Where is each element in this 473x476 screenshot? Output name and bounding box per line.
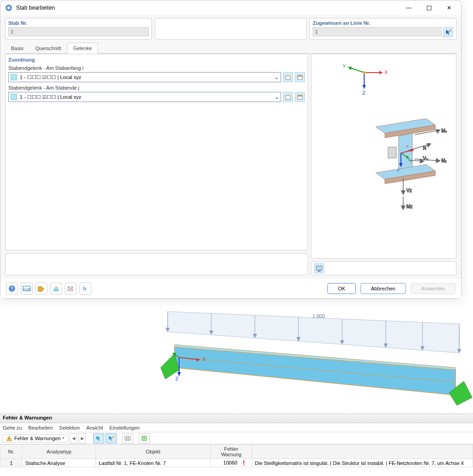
stab-nr-box: Stab Nr.	[5, 18, 152, 40]
table-icon	[124, 435, 131, 442]
new-icon	[285, 74, 291, 80]
col-description[interactable]	[252, 445, 473, 459]
model-viewport[interactable]: 1.000 X Z	[156, 303, 473, 409]
tab-basis[interactable]: Basis	[5, 43, 29, 54]
menu-edit[interactable]: Bearbeiten	[28, 425, 53, 431]
formula-button[interactable]: fx	[79, 283, 91, 295]
col-analysetyp[interactable]: Analysetyp	[23, 445, 96, 459]
svg-text:Vᵧ: Vᵧ	[423, 156, 428, 161]
color-swatch	[11, 94, 17, 100]
svg-marker-47	[362, 85, 366, 89]
new-icon	[285, 94, 291, 100]
start-hinge-label: Stabendgelenk - Am Stabanfang i	[8, 65, 305, 71]
graphics-button[interactable]	[314, 263, 324, 273]
svg-rect-32	[286, 76, 290, 79]
dialog-footer: ? 0,00 fx OK Abbrechen Anwenden	[0, 278, 461, 298]
global-axes-icon: X Y Z	[339, 59, 389, 96]
fx-icon: fx	[82, 285, 89, 292]
menu-goto[interactable]: Gehe zu	[3, 425, 22, 431]
maximize-button[interactable]	[419, 1, 439, 15]
svg-text:Vz: Vz	[406, 188, 412, 193]
svg-text:Mₓ: Mₓ	[441, 128, 447, 133]
export-button[interactable]	[139, 433, 150, 443]
section-preview: N Mₓ Mᵧ Vᵧ Vz Mz x y z	[355, 119, 447, 229]
svg-text:0,00: 0,00	[23, 287, 31, 291]
svg-rect-35	[298, 75, 302, 77]
svg-text:X: X	[202, 357, 206, 362]
cancel-button[interactable]: Abbrechen	[360, 283, 406, 294]
new-hinge-button-2[interactable]	[283, 92, 293, 102]
chevron-down-icon: ▾	[62, 436, 64, 440]
zugewiesen-input[interactable]	[313, 27, 442, 36]
new-hinge-button[interactable]	[283, 72, 293, 82]
svg-text:?: ?	[11, 286, 13, 291]
svg-marker-72	[401, 206, 405, 210]
pick-line-button[interactable]	[443, 27, 453, 37]
apply-button: Anwenden	[411, 283, 456, 294]
zuordnung-panel: Zuordnung Stabendgelenk - Am Stabanfang …	[5, 54, 308, 250]
library-icon	[297, 74, 303, 80]
ok-button[interactable]: OK	[327, 283, 356, 294]
svg-rect-99	[125, 436, 130, 441]
view-icon	[52, 285, 60, 292]
warning-icon: !	[6, 436, 12, 441]
select-icon	[108, 435, 114, 442]
svg-rect-55	[388, 147, 396, 158]
edit-hinge-button-2[interactable]	[295, 92, 305, 102]
help-button[interactable]: ?	[6, 283, 18, 295]
tab-gelenke[interactable]: Gelenke	[67, 43, 98, 54]
chevron-down-icon: ⌄	[275, 74, 279, 80]
view-button[interactable]	[50, 283, 62, 295]
menu-selection[interactable]: Selektion	[59, 425, 80, 431]
table-button[interactable]	[122, 433, 133, 443]
svg-text:x: x	[406, 144, 409, 148]
library-icon	[297, 94, 303, 100]
errors-toolbar: ! Fehler & Warnungen ▾ ◀ ▶	[0, 432, 473, 444]
next-button[interactable]: ▶	[79, 433, 86, 443]
svg-text:fx: fx	[83, 286, 87, 291]
svg-marker-44	[348, 67, 352, 70]
end-hinge-label: Stabendgelenk - Am Stabende j	[8, 85, 305, 91]
cell-obj: Lastfall Nr. 1, FE-Knoten Nr. 7	[96, 459, 211, 467]
tab-querschnitt[interactable]: Querschnitt	[29, 43, 67, 54]
reset-icon	[67, 285, 74, 292]
chevron-down-icon: ⌄	[275, 94, 279, 100]
svg-point-28	[7, 6, 10, 9]
svg-rect-29	[427, 6, 431, 10]
reset-button[interactable]	[65, 283, 77, 295]
zugewiesen-label: Zugewiesen an Linie Nr.	[313, 20, 453, 26]
titlebar[interactable]: Stab bearbeiten — ✕	[0, 0, 461, 15]
tags-button[interactable]	[35, 283, 47, 295]
svg-marker-23	[177, 372, 181, 376]
cell-desc: Die Steifigkeitsmatrix ist singulär. | D…	[252, 459, 473, 467]
col-nr[interactable]: Nr.	[0, 445, 23, 459]
svg-marker-57	[427, 143, 431, 147]
minimize-button[interactable]: —	[399, 1, 419, 15]
cell-code: 10060 ❗	[211, 459, 252, 467]
start-hinge-value: 1 - ☐☐☐ ☑☐☐ | Local xyz	[20, 74, 81, 80]
edit-hinge-button[interactable]	[295, 72, 305, 82]
table-row[interactable]: 1 Statische Analyse Lastfall Nr. 1, FE-K…	[0, 459, 473, 467]
start-hinge-combo[interactable]: 1 - ☐☐☐ ☑☐☐ | Local xyz ⌄	[8, 72, 281, 82]
stab-nr-input[interactable]	[8, 27, 149, 36]
units-button[interactable]: 0,00	[21, 283, 33, 295]
close-button[interactable]: ✕	[439, 1, 459, 15]
svg-text:Z: Z	[362, 90, 366, 96]
svg-rect-36	[286, 96, 290, 99]
end-hinge-combo[interactable]: 1 - ☐☐☐ ☑☐☐ | Local xyz ⌄	[8, 92, 281, 102]
menu-settings[interactable]: Einstellungen	[109, 425, 140, 431]
prev-button[interactable]: ◀	[70, 433, 77, 443]
col-fehler-warnung[interactable]: FehlerWarnung	[211, 445, 252, 459]
errors-tab-chip[interactable]: ! Fehler & Warnungen ▾	[2, 434, 68, 442]
col-objekt[interactable]: Objekt	[96, 445, 211, 459]
svg-point-49	[363, 71, 366, 74]
filter-button-1[interactable]	[93, 433, 104, 443]
zuordnung-title: Zuordnung	[8, 57, 305, 62]
menu-view[interactable]: Ansicht	[86, 425, 103, 431]
errors-grid[interactable]: Nr. Analysetyp Objekt FehlerWarnung 1 St…	[0, 444, 473, 476]
tag-icon	[38, 285, 45, 292]
middle-box	[155, 18, 307, 40]
svg-text:z: z	[397, 168, 400, 172]
filter-button-2[interactable]	[106, 433, 117, 443]
svg-text:N: N	[423, 146, 426, 151]
